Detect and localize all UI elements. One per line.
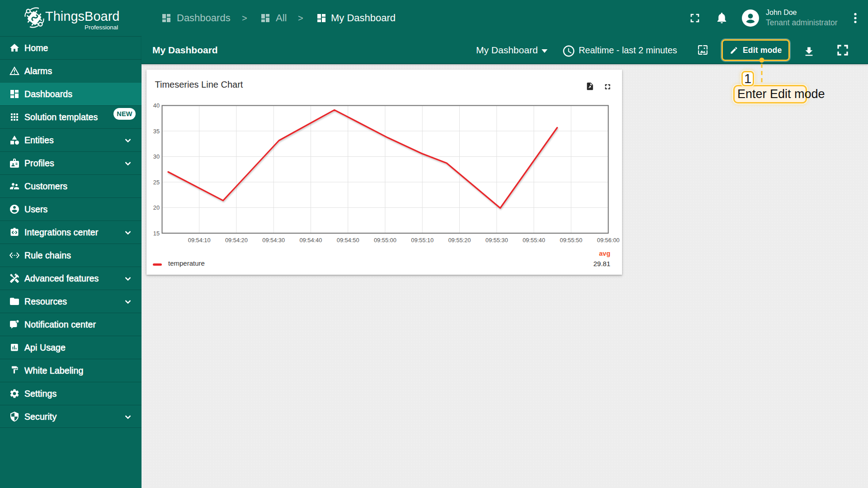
- svg-text:35: 35: [153, 128, 160, 135]
- svg-text:09:56:00: 09:56:00: [597, 237, 620, 244]
- svg-text:40: 40: [153, 102, 160, 109]
- svg-text:09:55:10: 09:55:10: [411, 237, 434, 244]
- svg-text:09:54:10: 09:54:10: [188, 237, 211, 244]
- svg-text:09:54:30: 09:54:30: [262, 237, 285, 244]
- svg-text:09:55:00: 09:55:00: [374, 237, 396, 244]
- svg-text:25: 25: [153, 179, 160, 186]
- svg-text:09:55:50: 09:55:50: [560, 237, 582, 244]
- svg-text:09:54:20: 09:54:20: [225, 237, 248, 244]
- svg-text:30: 30: [153, 153, 160, 160]
- svg-text:09:55:40: 09:55:40: [523, 237, 545, 244]
- svg-text:09:54:40: 09:54:40: [299, 237, 322, 244]
- svg-text:09:55:30: 09:55:30: [486, 237, 508, 244]
- svg-text:20: 20: [153, 204, 160, 211]
- svg-text:15: 15: [153, 230, 160, 237]
- svg-text:09:54:50: 09:54:50: [337, 237, 359, 244]
- svg-text:09:55:20: 09:55:20: [448, 237, 471, 244]
